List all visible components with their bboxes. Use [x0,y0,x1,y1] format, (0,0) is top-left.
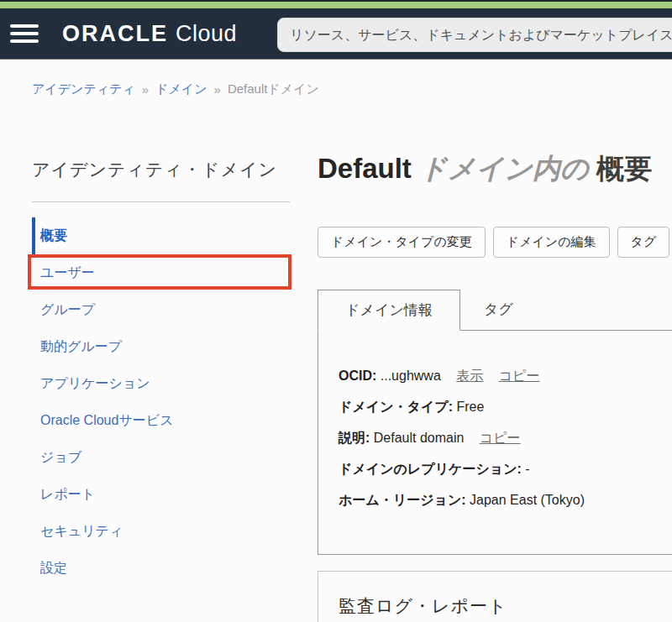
sidebar-item-applications[interactable]: アプリケーション [32,365,318,402]
change-domain-type-button[interactable]: ドメイン・タイプの変更 [318,227,486,258]
page-content: アイデンティティ・ドメイン 概要 ユーザー グループ 動的グループ アプリケーシ… [0,97,672,622]
main-panel: Default ドメイン内の 概要 ドメイン・タイプの変更 ドメインの編集 タグ… [318,97,672,622]
app-header: ORACLE Cloud [0,8,672,60]
tab-tags[interactable]: タグ [460,289,537,330]
logo-oracle-text: ORACLE [62,21,168,47]
field-description-value: Default domain [374,431,465,445]
page-title-domain-name: Default [318,153,419,184]
field-domain-type: ドメイン・タイプ: Free [339,397,672,416]
page-title: Default ドメイン内の 概要 [318,150,672,188]
tags-button[interactable]: タグ [617,227,670,258]
audit-log-reports-heading: 監査ログ・レポート [339,594,672,618]
hamburger-menu-icon[interactable] [10,24,39,43]
sidebar-item-users[interactable]: ユーザー [32,254,318,291]
field-home-region: ホーム・リージョン: Japan East (Tokyo) [339,490,672,510]
top-accent-bar [0,0,672,8]
field-home-region-value: Japan East (Tokyo) [470,493,585,507]
sidebar-item-overview[interactable]: 概要 [32,217,318,254]
sidebar-item-groups[interactable]: グループ [32,291,318,328]
description-copy-link[interactable]: コピー [480,431,521,445]
sidebar-item-jobs[interactable]: ジョブ [32,439,318,476]
sidebar-item-reports[interactable]: レポート [32,476,318,513]
sidebar-item-security[interactable]: セキュリティ [32,513,318,550]
breadcrumb-identity-link[interactable]: アイデンティティ [32,81,135,97]
field-domain-type-value: Free [456,400,484,414]
page-title-suffix: 概要 [596,153,652,184]
field-ocid-label: OCID: [339,368,376,383]
sidebar-divider [32,201,290,202]
ocid-show-link[interactable]: 表示 [456,368,483,383]
audit-log-reports-panel: 監査ログ・レポート [318,571,672,622]
search-input[interactable] [277,18,672,52]
sidebar-nav: 概要 ユーザー グループ 動的グループ アプリケーション Oracle Clou… [32,217,318,587]
sidebar-item-users-label: ユーザー [40,264,95,282]
breadcrumb-current: Defaultドメイン [228,81,319,97]
page-title-middle: ドメイン内の [419,153,589,184]
sidebar-item-settings[interactable]: 設定 [32,550,318,587]
domain-information-panel: OCID: ...ughwwa 表示 コピー ドメイン・タイプ: Free 説明… [318,330,672,555]
field-domain-replication: ドメインのレプリケーション: - [339,459,672,478]
sidebar-item-dynamic-groups[interactable]: 動的グループ [32,328,318,365]
ocid-copy-link[interactable]: コピー [499,368,540,383]
action-buttons: ドメイン・タイプの変更 ドメインの編集 タグ [318,227,672,258]
field-description: 説明: Default domain コピー [339,428,672,447]
field-home-region-label: ホーム・リージョン: [339,493,466,507]
breadcrumb-separator: » [214,82,221,97]
breadcrumb-separator: » [142,82,149,97]
field-domain-replication-value: - [525,462,529,476]
field-domain-type-label: ドメイン・タイプ: [339,400,453,414]
logo-cloud-text: Cloud [176,21,237,47]
tabstrip: ドメイン情報 タグ [318,289,672,330]
oracle-cloud-logo: ORACLE Cloud [62,21,237,47]
breadcrumb-domains-link[interactable]: ドメイン [155,81,207,97]
field-ocid-value: ...ughwwa [381,368,441,383]
sidebar-heading: アイデンティティ・ドメイン [32,158,318,181]
edit-domain-button[interactable]: ドメインの編集 [493,227,610,258]
sidebar: アイデンティティ・ドメイン 概要 ユーザー グループ 動的グループ アプリケーシ… [32,97,318,622]
field-domain-replication-label: ドメインのレプリケーション: [339,462,522,476]
sidebar-item-oracle-cloud-services[interactable]: Oracle Cloudサービス [32,402,318,439]
field-ocid: OCID: ...ughwwa 表示 コピー [339,366,672,385]
breadcrumb: アイデンティティ » ドメイン » Defaultドメイン [32,81,672,97]
field-description-label: 説明: [339,431,370,445]
tab-domain-information[interactable]: ドメイン情報 [318,290,460,331]
